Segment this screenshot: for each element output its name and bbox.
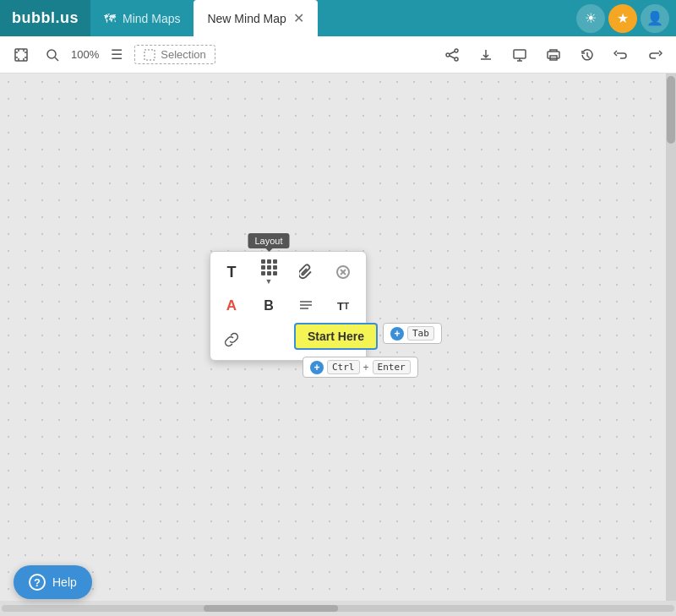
tab-label-mind-maps: Mind Maps — [123, 12, 180, 25]
layout-tooltip: Layout — [248, 233, 289, 248]
node-hint-enter: + Ctrl + Enter — [303, 357, 418, 378]
selection-box: Selection — [134, 45, 215, 64]
menu-button[interactable]: ☰ — [106, 43, 128, 66]
svg-rect-0 — [15, 49, 27, 61]
svg-rect-3 — [144, 50, 155, 60]
tab-close-icon[interactable]: ✕ — [293, 10, 304, 26]
redo-button[interactable] — [642, 44, 668, 66]
svg-point-5 — [446, 53, 450, 57]
start-here-node[interactable]: Start Here + Tab + Ctrl + Enter — [294, 323, 378, 350]
attach-button[interactable] — [290, 257, 322, 287]
bold-button[interactable]: B — [253, 291, 285, 321]
help-label: Help — [52, 575, 77, 589]
svg-point-1 — [47, 50, 56, 58]
ctrl-key-hint: Ctrl — [327, 360, 360, 374]
layout-button[interactable]: Layout ▼ — [253, 257, 285, 287]
tab-hint-plus-icon: + — [390, 327, 404, 341]
node-hint-tab: + Tab — [383, 323, 442, 344]
screen-button[interactable] — [507, 44, 532, 66]
text-format-button[interactable]: T — [215, 257, 248, 287]
tab-mind-maps[interactable]: 🗺 Mind Maps — [90, 0, 194, 36]
svg-rect-10 — [548, 52, 559, 58]
bottom-scrollbar[interactable] — [0, 601, 676, 616]
help-icon: ? — [29, 574, 46, 591]
link-button[interactable] — [215, 324, 248, 355]
print-button[interactable] — [541, 44, 566, 66]
enter-hint-plus-icon: + — [310, 361, 324, 374]
right-scrollbar[interactable] — [666, 74, 676, 601]
logo: bubbl.us — [0, 0, 90, 36]
help-button[interactable]: ? Help — [14, 565, 92, 599]
svg-rect-9 — [514, 50, 526, 58]
svg-line-8 — [450, 56, 455, 58]
start-here-label[interactable]: Start Here — [294, 323, 378, 350]
share-button[interactable] — [439, 44, 465, 66]
tab-icon-mind-maps: 🗺 — [104, 12, 116, 25]
toolbar: 100% ☰ Selection — [0, 36, 676, 74]
globe-button[interactable]: ☀ — [576, 4, 605, 33]
history-button[interactable] — [575, 44, 600, 66]
undo-button[interactable] — [608, 44, 634, 66]
tab-new-mind-map[interactable]: New Mind Map ✕ — [194, 0, 317, 36]
svg-line-7 — [450, 52, 455, 54]
zoom-button[interactable] — [41, 45, 64, 65]
canvas[interactable]: T Layout ▼ — [0, 74, 676, 601]
zoom-level: 100% — [71, 48, 99, 61]
selection-label: Selection — [161, 48, 205, 61]
title-bar: bubbl.us 🗺 Mind Maps New Mind Map ✕ ☀ ★ … — [0, 0, 676, 36]
user-button[interactable]: 👤 — [641, 4, 669, 33]
svg-line-2 — [55, 57, 58, 61]
tab-key-hint: Tab — [407, 326, 434, 341]
font-color-button[interactable]: A — [215, 291, 248, 321]
enter-key-hint: Enter — [373, 360, 411, 374]
download-button[interactable] — [473, 44, 499, 66]
font-size-button[interactable]: TT — [327, 291, 359, 321]
svg-point-4 — [455, 49, 458, 52]
close-toolbar-button[interactable] — [327, 257, 359, 287]
scrollbar-thumb — [667, 76, 675, 144]
star-button[interactable]: ★ — [608, 4, 637, 33]
fit-screen-button[interactable] — [8, 44, 34, 66]
tab-label-new-mind-map: New Mind Map — [207, 12, 286, 25]
svg-point-6 — [455, 57, 458, 61]
align-button[interactable] — [290, 291, 322, 321]
